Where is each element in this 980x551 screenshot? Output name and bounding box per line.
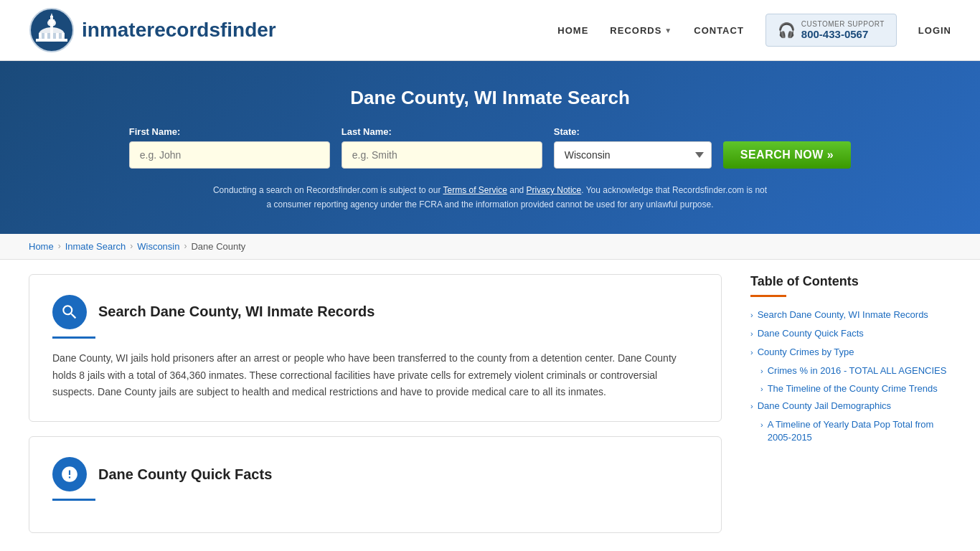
content-area: Search Dane County, WI Inmate Records Da… xyxy=(29,260,736,551)
toc-link-5[interactable]: › The Timeline of the County Crime Trend… xyxy=(760,382,951,395)
toc-item-2: › Dane County Quick Facts xyxy=(750,327,951,340)
first-name-label: First Name: xyxy=(129,126,181,137)
nav-contact[interactable]: CONTACT xyxy=(694,25,744,36)
breadcrumb-sep-1: › xyxy=(58,241,61,251)
breadcrumb-inmate-search[interactable]: Inmate Search xyxy=(65,241,126,252)
toc-item-3: › County Crimes by Type xyxy=(750,346,951,359)
toc-label-2: Dane County Quick Facts xyxy=(758,327,864,340)
card-title-records: Search Dane County, WI Inmate Records xyxy=(98,303,374,320)
last-name-group: Last Name: xyxy=(341,126,542,169)
search-icon-circle xyxy=(52,295,87,329)
svg-rect-12 xyxy=(59,33,62,39)
nav-records-label: RECORDS xyxy=(610,25,661,36)
main-layout: Search Dane County, WI Inmate Records Da… xyxy=(0,260,980,551)
privacy-link[interactable]: Privacy Notice xyxy=(527,185,582,195)
last-name-input[interactable] xyxy=(341,141,542,169)
toc-link-4[interactable]: › Crimes % in 2016 - TOTAL ALL AGENCIES xyxy=(760,364,951,377)
toc-label-1: Search Dane County, WI Inmate Records xyxy=(758,309,928,321)
breadcrumb: Home › Inmate Search › Wisconsin › Dane … xyxy=(0,234,980,260)
search-icon xyxy=(60,303,79,321)
toc-label-4: Crimes % in 2016 - TOTAL ALL AGENCIES xyxy=(768,364,947,377)
toc-title: Table of Contents xyxy=(750,274,951,289)
toc-sublist-1: › Crimes % in 2016 - TOTAL ALL AGENCIES … xyxy=(760,364,951,395)
nav-home[interactable]: HOME xyxy=(557,25,588,36)
breadcrumb-dane-county: Dane County xyxy=(191,241,245,252)
logo-icon xyxy=(29,7,75,53)
toc-sublist-2: › A Timeline of Yearly Data Pop Total fr… xyxy=(760,418,951,444)
support-text: CUSTOMER SUPPORT 800-433-0567 xyxy=(801,20,885,40)
toc-label-5: The Timeline of the County Crime Trends xyxy=(768,382,938,395)
tos-link[interactable]: Terms of Service xyxy=(443,185,507,195)
toc-item-7: › A Timeline of Yearly Data Pop Total fr… xyxy=(760,418,951,444)
logo-bold-text: finder xyxy=(220,19,276,41)
toc-link-7[interactable]: › A Timeline of Yearly Data Pop Total fr… xyxy=(760,418,951,444)
card-title-facts: Dane County Quick Facts xyxy=(98,466,272,483)
alert-icon-circle xyxy=(52,457,87,491)
toc-link-3[interactable]: › County Crimes by Type xyxy=(750,346,951,359)
toc-arrow-icon-5: › xyxy=(760,384,763,395)
card-header-records: Search Dane County, WI Inmate Records xyxy=(52,295,698,329)
first-name-input[interactable] xyxy=(129,141,330,169)
toc-label-6: Dane County Jail Demographics xyxy=(758,400,891,413)
card-divider-facts xyxy=(52,499,95,501)
support-label: CUSTOMER SUPPORT xyxy=(801,20,885,28)
logo[interactable]: inmaterecordsfinder xyxy=(29,7,276,53)
toc-label-3: County Crimes by Type xyxy=(758,346,854,359)
toc-arrow-icon-6: › xyxy=(750,401,753,412)
card-body-records: Dane County, WI jails hold prisoners aft… xyxy=(52,350,698,401)
hero-title: Dane County, WI Inmate Search xyxy=(29,87,951,109)
site-header: inmaterecordsfinder HOME RECORDS ▼ CONTA… xyxy=(0,0,980,61)
toc-link-6[interactable]: › Dane County Jail Demographics xyxy=(750,400,951,413)
toc-arrow-icon-7: › xyxy=(760,420,763,430)
toc-item-1: › Search Dane County, WI Inmate Records xyxy=(750,309,951,321)
nav-records[interactable]: RECORDS ▼ xyxy=(610,25,672,36)
card-header-facts: Dane County Quick Facts xyxy=(52,457,698,491)
logo-main-text: inmaterecords xyxy=(82,19,220,41)
breadcrumb-sep-2: › xyxy=(130,241,133,251)
quick-facts-card: Dane County Quick Facts xyxy=(29,436,722,533)
chevron-down-icon: ▼ xyxy=(664,27,672,34)
inmate-records-card: Search Dane County, WI Inmate Records Da… xyxy=(29,274,722,422)
svg-rect-3 xyxy=(36,39,67,42)
last-name-label: Last Name: xyxy=(341,126,392,137)
support-box[interactable]: 🎧 CUSTOMER SUPPORT 800-433-0567 xyxy=(765,14,897,47)
breadcrumb-home[interactable]: Home xyxy=(29,241,54,252)
svg-rect-10 xyxy=(47,33,50,39)
state-select[interactable]: Wisconsin xyxy=(554,141,712,169)
alert-icon xyxy=(60,465,79,484)
toc-arrow-icon-3: › xyxy=(750,347,753,358)
toc-divider xyxy=(750,295,786,297)
toc-list: › Search Dane County, WI Inmate Records … xyxy=(750,309,951,445)
toc-item-5: › The Timeline of the County Crime Trend… xyxy=(760,382,951,395)
logo-text: inmaterecordsfinder xyxy=(82,19,276,42)
toc-link-2[interactable]: › Dane County Quick Facts xyxy=(750,327,951,340)
hero-disclaimer: Conducting a search on Recordsfinder.com… xyxy=(210,183,770,212)
svg-rect-9 xyxy=(42,33,44,39)
toc-item-6: › Dane County Jail Demographics xyxy=(750,400,951,413)
sidebar: Table of Contents › Search Dane County, … xyxy=(736,260,951,551)
nav-login[interactable]: LOGIN xyxy=(918,25,951,36)
breadcrumb-wisconsin[interactable]: Wisconsin xyxy=(137,241,179,252)
toc-arrow-icon-2: › xyxy=(750,329,753,339)
state-label: State: xyxy=(554,126,580,137)
phone-icon: 🎧 xyxy=(778,22,796,39)
breadcrumb-sep-3: › xyxy=(184,241,187,251)
toc-link-1[interactable]: › Search Dane County, WI Inmate Records xyxy=(750,309,951,321)
hero-section: Dane County, WI Inmate Search First Name… xyxy=(0,61,980,234)
toc-arrow-icon-4: › xyxy=(760,366,763,377)
svg-rect-11 xyxy=(53,33,56,39)
search-form: First Name: Last Name: State: Wisconsin … xyxy=(29,126,951,169)
state-group: State: Wisconsin xyxy=(554,126,712,169)
search-button[interactable]: SEARCH NOW » xyxy=(723,141,851,169)
card-divider-records xyxy=(52,336,95,339)
toc-label-7: A Timeline of Yearly Data Pop Total from… xyxy=(768,418,951,444)
main-nav: HOME RECORDS ▼ CONTACT 🎧 CUSTOMER SUPPOR… xyxy=(557,14,951,47)
first-name-group: First Name: xyxy=(129,126,330,169)
support-number: 800-433-0567 xyxy=(801,28,885,40)
toc-item-4: › Crimes % in 2016 - TOTAL ALL AGENCIES xyxy=(760,364,951,377)
toc-arrow-icon-1: › xyxy=(750,310,753,321)
